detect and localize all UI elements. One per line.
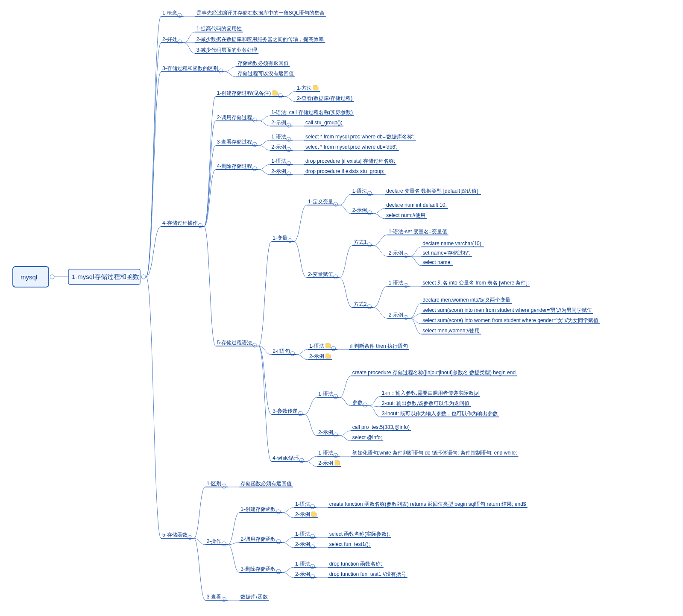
node-n.p[interactable]: 参数 [352,399,363,405]
node-n.m1[interactable]: 方式1 [354,239,367,245]
node-n.m2_1v[interactable]: select 列名 into 变量名 from 表名 [where 条件]; [422,280,529,286]
node-n.n454[interactable]: 4-while循环 [273,455,299,461]
node-n.n452_2[interactable]: 2-示例 [309,353,324,359]
svg-text:drop function 函数名称;: drop function 函数名称; [329,561,382,567]
node-n.n4511_2a[interactable]: declare num int default 10; [386,202,446,208]
node-n.n521_1[interactable]: 1-语法 [295,501,310,507]
node-n.n44_2v[interactable]: drop procedure if exists stu_group; [305,168,384,174]
node-n.n43_2v[interactable]: select * from mysql.proc where db='db6'; [305,144,398,150]
node-n.n4511_1[interactable]: 1-语法 [352,188,367,194]
node-n.n44_2[interactable]: 2-示例 [271,168,286,174]
node-n.n53v[interactable]: 数据库/函数 [240,594,267,600]
node-n.n43[interactable]: 3-查看存储过程 [217,139,252,145]
node-n.n42_2v[interactable]: call stu_group(); [305,120,342,126]
node-n.n3[interactable]: 3-存储过程和函数的区别 [162,65,218,71]
node-n.m2_2d[interactable]: select men,women;//使用 [422,328,480,334]
node-n.n41_1[interactable]: 1-方法 [297,85,312,91]
node-n.n4532[interactable]: 2-示例 [318,429,333,435]
node-n.n454_2[interactable]: 2-示例 [318,460,333,466]
node-n.n5[interactable]: 5-存储函数 [162,532,188,538]
node-n.n1[interactable]: 1-概念 [162,10,177,16]
svg-text:-: - [312,545,313,549]
node-n.n2[interactable]: 2-好处 [162,36,177,42]
sub-node[interactable]: 1-mysql存储过程和函数 [68,269,140,285]
node-n.m2[interactable]: 方式2 [354,301,367,307]
node-n.n4[interactable]: 4-存储过程操作 [162,220,198,226]
svg-text:1-mysql存储过程和函数: 1-mysql存储过程和函数 [72,273,139,280]
node-n.n51v[interactable]: 存储函数必须有返回值 [240,481,292,487]
node-n.n4511_2[interactable]: 2-示例 [352,207,367,213]
node-n.n522_1v[interactable]: select 函数名称(实际参数); [329,531,390,537]
node-n.m1_2a[interactable]: declare name varchar(10); [422,241,483,246]
node-n.n452_1[interactable]: 1-语法 [309,343,324,349]
node-n.n522[interactable]: 2-调用存储函数 [240,536,276,542]
svg-text:1-概念: 1-概念 [162,10,177,16]
node-n.n44[interactable]: 4-删除存储过程 [217,163,252,169]
node-n.n4532a[interactable]: call pro_test5(383,@info) [352,424,410,430]
node-n.n4511[interactable]: 1-定义变量 [308,199,333,205]
node-n.n4511_1v[interactable]: declare 变量名 数据类型 [default 默认值]; [386,188,480,194]
node-n.n521_2[interactable]: 2-示例 [295,511,310,517]
node-n.n43_1[interactable]: 1-语法 [271,134,286,140]
node-n.n44_1v[interactable]: drop procedure [if exists] 存储过程名称; [305,158,395,164]
node-n.n523_2[interactable]: 2-示例 [295,571,310,577]
node-n.n522_1[interactable]: 1-语法 [295,531,310,537]
node-n.n53[interactable]: 3-查看 [207,594,222,600]
node-n.n452[interactable]: 2-if语句 [273,348,290,354]
svg-text:declare 变量名 数据类型 [default 默认值]: declare 变量名 数据类型 [default 默认值]; [386,188,480,194]
node-n.n451[interactable]: 1-变量 [273,235,287,241]
node-n.n2_2[interactable]: 2-减少数据在数据库和应用服务器之间的传输，提高效率 [196,36,324,42]
svg-text:1-语法: 1-语法 [389,280,404,286]
svg-text:-: - [335,394,336,399]
node-n.m2_2b[interactable]: select sum(score) into men from student … [422,307,592,313]
node-n.n454_1[interactable]: 1-语法 [318,450,333,456]
node-n.n4531v[interactable]: create procedure 存储过程名称([in|out|inout]参数… [352,370,516,375]
node-n.n42[interactable]: 2-调用存储过程 [217,114,252,120]
node-n.n42_2[interactable]: 2-示例 [271,120,286,126]
node-n.n522_2[interactable]: 2-示例 [295,541,310,547]
node-n.n4532b[interactable]: select @info; [352,434,382,440]
svg-text:select * from mysql.proc where: select * from mysql.proc where db='数据库名称… [305,134,415,140]
node-n.n43_1v[interactable]: select * from mysql.proc where db='数据库名称… [305,134,415,140]
node-n.n523[interactable]: 3-删除存储函数 [240,566,276,572]
node-n.n1_1[interactable]: 是事先经过编译并存储在数据库中的一段SQL语句的集合 [196,10,325,16]
svg-text:-: - [223,597,225,601]
node-n.n42_1[interactable]: 1-语法: call 存储过程名称(实际参数) [271,109,353,115]
node-n.n4511_2b[interactable]: select num;//使用 [386,212,425,218]
node-n.n523_2v[interactable]: drop function fun_test1;//没有括号 [329,571,406,577]
node-n.m1_2c[interactable]: select name; [422,259,451,265]
node-n.n2_3[interactable]: 3-减少代码层面的业务处理 [196,47,258,53]
node-n.n43_2[interactable]: 2-示例 [271,144,286,150]
node-n.n452_1v[interactable]: if 判断条件 then 执行语句 [350,343,408,349]
node-n.m1_1[interactable]: 1-语法-set 变量名=变量值 [389,229,447,235]
node-n.n454_1v[interactable]: 初始化语句;while 条件判断语句 do 循环体语句; 条件控制语句; end… [352,450,517,456]
node-n.n41[interactable]: 1-创建存储过程(见备注) [217,90,271,96]
node-n.n522_2v[interactable]: select fun_test1(); [329,541,370,547]
node-n.n44_1[interactable]: 1-语法 [271,158,286,164]
node-n.n521[interactable]: 1-创建存储函数 [240,506,276,512]
node-n.m2_1[interactable]: 1-语法 [389,280,404,286]
node-n.p3[interactable]: 3-inout: 既可以作为输入参数，也可以作为输出参数 [382,411,498,417]
node-n.n45[interactable]: 5-存储过程语法 [217,340,252,346]
node-n.m1_2b[interactable]: set name='存储过程'; [422,250,470,256]
node-n.n2_1[interactable]: 1-提高代码的复用性 [196,26,242,32]
node-n.p2[interactable]: 2-out: 输出参数,该参数可以作为返回值 [382,400,469,406]
node-n.p1[interactable]: 1-in：输入参数,需要由调用者传递实际数据 [382,390,479,396]
node-n.m2_2a[interactable]: declare men,women int;//定义两个变量 [422,297,510,303]
node-n.n52[interactable]: 2-操作 [207,538,222,544]
node-n.m2_2[interactable]: 2-示例 [389,312,404,318]
root-node[interactable]: mysql [13,267,49,287]
svg-text:方式2: 方式2 [354,301,367,307]
node-n.n523_1v[interactable]: drop function 函数名称; [329,561,382,567]
node-n.n4531[interactable]: 1-语法 [318,391,333,397]
node-n.n521_1v[interactable]: create function 函数名称(参数列表) returns 返回值类型… [329,501,526,507]
node-n.n51[interactable]: 1-区别 [207,481,222,487]
node-n.n523_1[interactable]: 1-语法 [295,561,310,567]
node-n.n453[interactable]: 3-参数传递 [273,408,298,414]
node-n.m1_2[interactable]: 2-示例 [389,250,404,256]
node-n.m2_2c[interactable]: select sum(score) into women from studen… [422,317,598,323]
node-n.n3_2[interactable]: 存储过程可以没有返回值 [237,70,294,76]
node-n.n41_2[interactable]: 2-查看(数据库/存储过程) [297,95,352,101]
node-n.n3_1[interactable]: 存储函数必须有返回值 [237,60,289,66]
node-n.n4512[interactable]: 2-变量赋值 [308,271,333,277]
